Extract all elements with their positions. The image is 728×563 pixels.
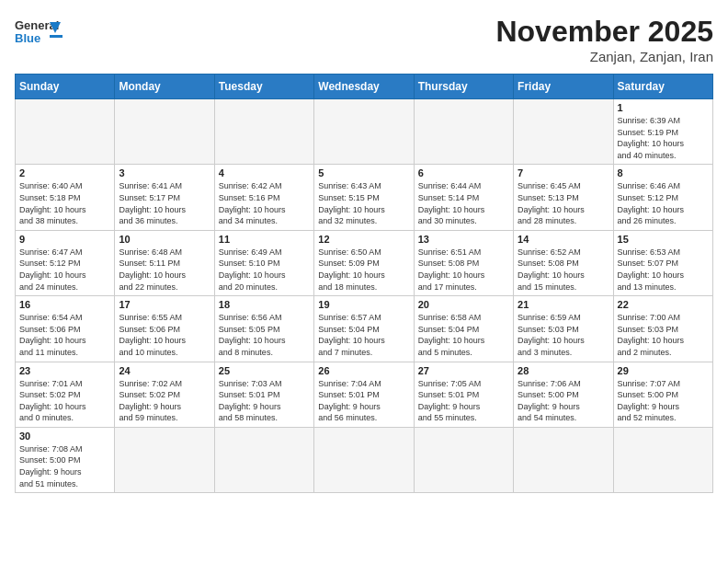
day-info: Sunrise: 6:57 AMSunset: 5:04 PMDaylight:… xyxy=(318,312,409,358)
calendar-cell: 8Sunrise: 6:46 AMSunset: 5:12 PMDaylight… xyxy=(613,165,712,230)
day-number: 11 xyxy=(219,234,310,245)
day-info: Sunrise: 6:49 AMSunset: 5:10 PMDaylight:… xyxy=(219,247,310,293)
day-number: 21 xyxy=(518,299,609,310)
calendar-cell: 4Sunrise: 6:42 AMSunset: 5:16 PMDaylight… xyxy=(214,165,313,230)
calendar-cell: 18Sunrise: 6:56 AMSunset: 5:05 PMDayligh… xyxy=(214,296,313,362)
day-info: Sunrise: 6:42 AMSunset: 5:16 PMDaylight:… xyxy=(219,180,310,226)
day-number: 9 xyxy=(19,234,110,245)
calendar-cell xyxy=(214,99,313,165)
day-info: Sunrise: 6:39 AMSunset: 5:19 PMDaylight:… xyxy=(618,115,709,161)
day-number: 26 xyxy=(318,365,409,376)
day-info: Sunrise: 7:08 AMSunset: 5:00 PMDaylight:… xyxy=(19,443,110,489)
day-number: 15 xyxy=(618,234,709,245)
weekday-header: Monday xyxy=(115,75,214,99)
calendar-cell: 30Sunrise: 7:08 AMSunset: 5:00 PMDayligh… xyxy=(16,427,115,492)
day-info: Sunrise: 6:58 AMSunset: 5:04 PMDaylight:… xyxy=(418,312,509,358)
calendar-week-row: 30Sunrise: 7:08 AMSunset: 5:00 PMDayligh… xyxy=(16,427,713,492)
day-number: 4 xyxy=(219,167,310,178)
calendar-cell: 28Sunrise: 7:06 AMSunset: 5:00 PMDayligh… xyxy=(514,362,613,427)
day-info: Sunrise: 6:54 AMSunset: 5:06 PMDaylight:… xyxy=(19,312,110,358)
calendar-cell xyxy=(414,99,513,165)
day-info: Sunrise: 7:00 AMSunset: 5:03 PMDaylight:… xyxy=(618,312,709,358)
day-info: Sunrise: 6:56 AMSunset: 5:05 PMDaylight:… xyxy=(219,312,310,358)
calendar-cell: 2Sunrise: 6:40 AMSunset: 5:18 PMDaylight… xyxy=(16,165,115,230)
day-info: Sunrise: 6:43 AMSunset: 5:15 PMDaylight:… xyxy=(318,180,409,226)
day-number: 1 xyxy=(618,102,709,113)
calendar-week-row: 9Sunrise: 6:47 AMSunset: 5:12 PMDaylight… xyxy=(16,230,713,295)
calendar-cell: 6Sunrise: 6:44 AMSunset: 5:14 PMDaylight… xyxy=(414,165,513,230)
calendar-cell: 19Sunrise: 6:57 AMSunset: 5:04 PMDayligh… xyxy=(314,296,414,362)
day-info: Sunrise: 6:41 AMSunset: 5:17 PMDaylight:… xyxy=(119,180,210,226)
calendar-cell: 14Sunrise: 6:52 AMSunset: 5:08 PMDayligh… xyxy=(514,230,613,295)
calendar-cell: 23Sunrise: 7:01 AMSunset: 5:02 PMDayligh… xyxy=(16,362,115,427)
day-info: Sunrise: 6:59 AMSunset: 5:03 PMDaylight:… xyxy=(518,312,609,358)
day-info: Sunrise: 6:44 AMSunset: 5:14 PMDaylight:… xyxy=(418,180,509,226)
day-info: Sunrise: 7:04 AMSunset: 5:01 PMDaylight:… xyxy=(318,378,409,424)
calendar-cell: 12Sunrise: 6:50 AMSunset: 5:09 PMDayligh… xyxy=(314,230,414,295)
day-number: 19 xyxy=(318,299,409,310)
calendar-cell: 11Sunrise: 6:49 AMSunset: 5:10 PMDayligh… xyxy=(214,230,313,295)
calendar-cell xyxy=(314,99,414,165)
calendar-table: SundayMondayTuesdayWednesdayThursdayFrid… xyxy=(15,74,713,493)
day-info: Sunrise: 7:01 AMSunset: 5:02 PMDaylight:… xyxy=(19,378,110,424)
day-number: 5 xyxy=(318,167,409,178)
day-number: 16 xyxy=(19,299,110,310)
day-info: Sunrise: 7:02 AMSunset: 5:02 PMDaylight:… xyxy=(119,378,210,424)
day-number: 10 xyxy=(119,234,210,245)
calendar-cell: 1Sunrise: 6:39 AMSunset: 5:19 PMDaylight… xyxy=(613,99,712,165)
day-number: 12 xyxy=(318,234,409,245)
day-number: 22 xyxy=(618,299,709,310)
day-info: Sunrise: 7:07 AMSunset: 5:00 PMDaylight:… xyxy=(618,378,709,424)
day-number: 13 xyxy=(418,234,509,245)
day-info: Sunrise: 6:48 AMSunset: 5:11 PMDaylight:… xyxy=(119,247,210,293)
day-number: 23 xyxy=(19,365,110,376)
day-number: 3 xyxy=(119,167,210,178)
day-info: Sunrise: 6:46 AMSunset: 5:12 PMDaylight:… xyxy=(618,180,709,226)
location: Zanjan, Zanjan, Iran xyxy=(495,49,713,64)
calendar-cell: 22Sunrise: 7:00 AMSunset: 5:03 PMDayligh… xyxy=(613,296,712,362)
calendar-cell: 7Sunrise: 6:45 AMSunset: 5:13 PMDaylight… xyxy=(514,165,613,230)
calendar-cell: 25Sunrise: 7:03 AMSunset: 5:01 PMDayligh… xyxy=(214,362,313,427)
calendar-week-row: 1Sunrise: 6:39 AMSunset: 5:19 PMDaylight… xyxy=(16,99,713,165)
weekday-header: Tuesday xyxy=(214,75,313,99)
day-number: 17 xyxy=(119,299,210,310)
weekday-header: Saturday xyxy=(613,75,712,99)
calendar-cell xyxy=(514,99,613,165)
day-info: Sunrise: 6:55 AMSunset: 5:06 PMDaylight:… xyxy=(119,312,210,358)
svg-text:Blue: Blue xyxy=(15,31,40,45)
day-number: 25 xyxy=(219,365,310,376)
weekday-header: Wednesday xyxy=(314,75,414,99)
calendar-cell: 5Sunrise: 6:43 AMSunset: 5:15 PMDaylight… xyxy=(314,165,414,230)
day-number: 27 xyxy=(418,365,509,376)
calendar-week-row: 16Sunrise: 6:54 AMSunset: 5:06 PMDayligh… xyxy=(16,296,713,362)
calendar-cell: 16Sunrise: 6:54 AMSunset: 5:06 PMDayligh… xyxy=(16,296,115,362)
day-info: Sunrise: 6:52 AMSunset: 5:08 PMDaylight:… xyxy=(518,247,609,293)
page-header: General Blue November 2025 Zanjan, Zanja… xyxy=(15,15,713,64)
day-info: Sunrise: 6:45 AMSunset: 5:13 PMDaylight:… xyxy=(518,180,609,226)
calendar-cell xyxy=(16,99,115,165)
weekday-header: Friday xyxy=(514,75,613,99)
calendar-cell: 10Sunrise: 6:48 AMSunset: 5:11 PMDayligh… xyxy=(115,230,214,295)
day-info: Sunrise: 7:06 AMSunset: 5:00 PMDaylight:… xyxy=(518,378,609,424)
day-number: 30 xyxy=(19,431,110,442)
day-info: Sunrise: 6:40 AMSunset: 5:18 PMDaylight:… xyxy=(19,180,110,226)
day-info: Sunrise: 6:50 AMSunset: 5:09 PMDaylight:… xyxy=(318,247,409,293)
calendar-cell: 29Sunrise: 7:07 AMSunset: 5:00 PMDayligh… xyxy=(613,362,712,427)
day-number: 20 xyxy=(418,299,509,310)
calendar-cell: 9Sunrise: 6:47 AMSunset: 5:12 PMDaylight… xyxy=(16,230,115,295)
day-number: 28 xyxy=(518,365,609,376)
calendar-cell: 3Sunrise: 6:41 AMSunset: 5:17 PMDaylight… xyxy=(115,165,214,230)
day-number: 8 xyxy=(618,167,709,178)
calendar-cell: 26Sunrise: 7:04 AMSunset: 5:01 PMDayligh… xyxy=(314,362,414,427)
calendar-week-row: 23Sunrise: 7:01 AMSunset: 5:02 PMDayligh… xyxy=(16,362,713,427)
logo: General Blue xyxy=(15,15,65,52)
calendar-cell: 20Sunrise: 6:58 AMSunset: 5:04 PMDayligh… xyxy=(414,296,513,362)
calendar-week-row: 2Sunrise: 6:40 AMSunset: 5:18 PMDaylight… xyxy=(16,165,713,230)
day-info: Sunrise: 7:05 AMSunset: 5:01 PMDaylight:… xyxy=(418,378,509,424)
calendar-cell xyxy=(115,427,214,492)
weekday-header: Sunday xyxy=(16,75,115,99)
month-title: November 2025 xyxy=(495,15,713,49)
calendar-cell: 27Sunrise: 7:05 AMSunset: 5:01 PMDayligh… xyxy=(414,362,513,427)
calendar-cell xyxy=(514,427,613,492)
calendar-cell xyxy=(115,99,214,165)
